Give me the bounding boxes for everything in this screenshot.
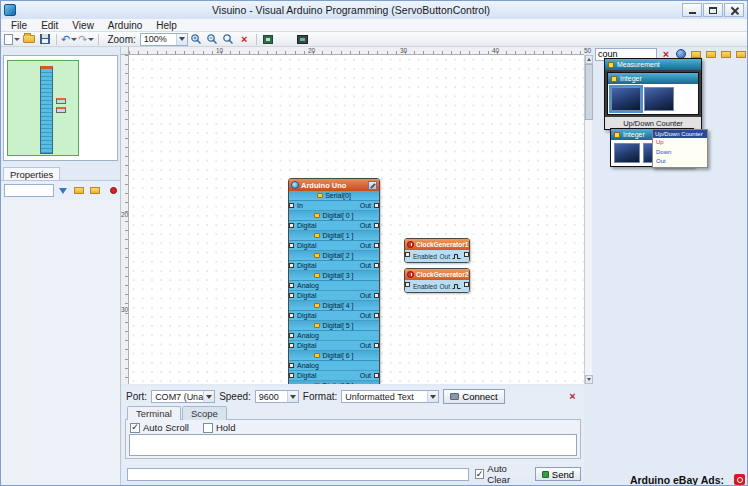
maximize-button[interactable] [703, 3, 723, 17]
upload-to-arduino-button[interactable] [295, 33, 310, 46]
minimap-arduino-block [40, 66, 53, 154]
terminal-output[interactable] [129, 434, 577, 456]
auto-scroll-checkbox[interactable]: Auto Scroll [130, 422, 189, 433]
component-thumbnail[interactable] [614, 143, 640, 163]
board-select-button[interactable] [261, 33, 276, 46]
output-pin[interactable] [374, 263, 379, 268]
design-minimap[interactable] [3, 55, 118, 161]
menu-item-arduino[interactable]: Arduino [101, 19, 149, 31]
block-header[interactable]: ClockGenerator1 [405, 239, 469, 250]
input-pin[interactable] [405, 252, 410, 257]
input-pin[interactable] [289, 373, 294, 378]
property-search-input[interactable] [4, 184, 54, 197]
output-pin[interactable] [374, 313, 379, 318]
pin-label: Out [360, 202, 371, 209]
input-pin[interactable] [405, 282, 410, 287]
block-pin-row: DigitalOut [289, 291, 379, 301]
input-pin[interactable] [289, 223, 294, 228]
send-button[interactable]: Send [535, 467, 581, 481]
auto-clear-checkbox[interactable]: Auto Clear [475, 463, 529, 485]
magnifier-plus-icon [190, 33, 202, 45]
zoom-in-button[interactable] [189, 33, 204, 46]
open-project-button[interactable] [21, 33, 36, 46]
input-pin[interactable] [289, 263, 294, 268]
redo-button[interactable]: ↷ [78, 33, 94, 46]
speed-select[interactable]: 9600 [255, 390, 299, 403]
port-select[interactable]: COM7 (Unavailable) [151, 390, 215, 403]
close-panel-button[interactable]: × [566, 390, 579, 403]
input-pin[interactable] [289, 363, 294, 368]
categorized-view-button[interactable] [73, 184, 86, 197]
tab-properties[interactable]: Properties [3, 167, 60, 180]
format-select[interactable]: Unformatted Text [341, 390, 439, 403]
undo-button[interactable]: ↶ [61, 33, 77, 46]
tab-scope[interactable]: Scope [182, 406, 227, 420]
output-pin[interactable] [374, 343, 379, 348]
toolbox-category-panel: Measurement Integer Up/Down Counter [604, 58, 702, 130]
clock-generator-block-1[interactable]: ClockGenerator1 Enabled Out [404, 238, 470, 263]
delete-button[interactable]: × [237, 33, 252, 46]
red-x-icon: × [241, 34, 247, 45]
zoom-fit-button[interactable] [221, 33, 236, 46]
category-header-integer[interactable]: Integer [608, 73, 698, 84]
block-header[interactable]: Arduino Uno [289, 179, 379, 191]
properties-grid[interactable] [1, 200, 120, 486]
menu-item-view[interactable]: View [65, 19, 101, 31]
pin-label: Digital [297, 342, 316, 349]
filter-properties-button[interactable] [57, 184, 70, 197]
canvas-vertical-scrollbar[interactable] [584, 55, 592, 384]
scrollbar-thumb[interactable] [585, 64, 593, 120]
toolbox-view-button-3[interactable] [720, 48, 732, 61]
component-thumbnail-updown-counter[interactable] [611, 87, 641, 111]
menu-item-edit[interactable]: Edit [34, 19, 65, 31]
input-pin[interactable] [289, 203, 294, 208]
zoom-select[interactable]: 100% [140, 33, 188, 46]
component-thumbnail-counter[interactable] [644, 87, 674, 111]
scroll-up-button[interactable] [585, 55, 593, 64]
output-pin[interactable] [374, 203, 379, 208]
scroll-down-button[interactable] [585, 375, 593, 384]
message-input[interactable] [127, 468, 469, 481]
hold-checkbox[interactable]: Hold [203, 422, 236, 433]
close-button[interactable] [724, 3, 744, 17]
toolbox-view-button-4[interactable] [735, 48, 747, 61]
pin-label: Digital [297, 372, 316, 379]
design-canvas[interactable]: Arduino Uno Serial[0]InOutDigital[ 0 ]Di… [129, 55, 584, 384]
checkbox-label: Auto Scroll [143, 422, 189, 433]
zoom-value: 100% [144, 34, 176, 44]
save-project-button[interactable] [37, 33, 52, 46]
new-project-button[interactable] [4, 33, 20, 46]
toolbox-view-button-2[interactable] [705, 48, 717, 61]
input-pin[interactable] [289, 343, 294, 348]
connect-label: Connect [462, 391, 497, 402]
menu-item-help[interactable]: Help [149, 19, 184, 31]
output-pin[interactable] [464, 282, 469, 287]
ads-logo-icon[interactable] [734, 474, 745, 485]
pin-panel-button[interactable] [104, 184, 117, 197]
block-header[interactable]: ClockGenerator2 [405, 269, 469, 280]
tab-terminal[interactable]: Terminal [127, 406, 181, 420]
category-header-measurement[interactable]: Measurement [605, 59, 701, 70]
channel-icon [314, 353, 320, 358]
input-pin[interactable] [289, 313, 294, 318]
output-pin[interactable] [374, 293, 379, 298]
connect-button[interactable]: Connect [443, 389, 504, 404]
menu-item-file[interactable]: File [4, 19, 34, 31]
output-pin[interactable] [374, 243, 379, 248]
zoom-out-button[interactable] [205, 33, 220, 46]
minimize-button[interactable] [682, 3, 702, 17]
ads-label: Arduino eBay Ads: [630, 474, 724, 486]
input-pin[interactable] [289, 243, 294, 248]
arduino-uno-block[interactable]: Arduino Uno Serial[0]InOutDigital[ 0 ]Di… [288, 178, 380, 384]
horizontal-ruler: 1020304050 [129, 47, 584, 55]
title-bar[interactable]: Visuino - Visual Arduino Programming (Se… [1, 1, 747, 19]
input-pin[interactable] [289, 333, 294, 338]
output-pin[interactable] [464, 252, 469, 257]
output-pin[interactable] [374, 223, 379, 228]
input-pin[interactable] [289, 293, 294, 298]
alphabetical-view-button[interactable] [89, 184, 102, 197]
input-pin[interactable] [289, 283, 294, 288]
clock-generator-block-2[interactable]: ClockGenerator2 Enabled Out [404, 268, 470, 293]
wrench-icon[interactable] [368, 181, 377, 190]
output-pin[interactable] [374, 373, 379, 378]
